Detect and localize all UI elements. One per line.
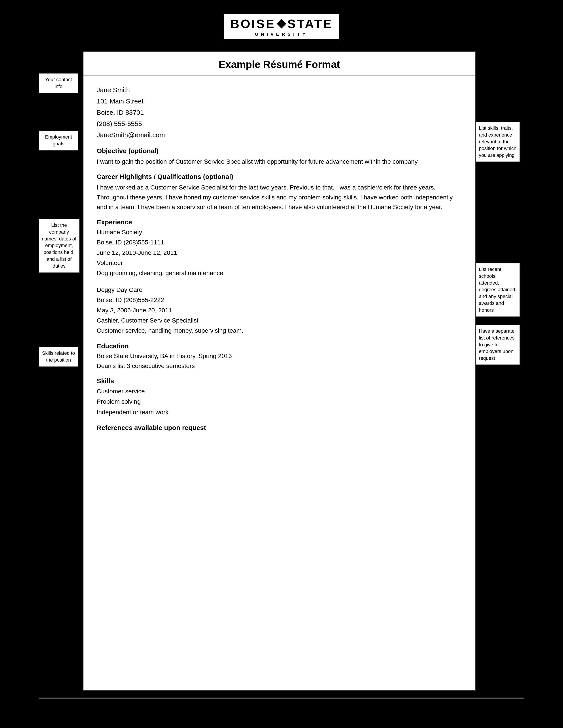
right-annotations: List skills, traits, and experience rele…	[476, 51, 524, 691]
annotation-list-skills: List skills, traits, and experience rele…	[476, 122, 520, 162]
exp2-position: Cashier, Customer Service Specialist	[97, 315, 462, 326]
objective-heading: Objective (optional)	[97, 147, 462, 155]
page-wrapper: BOISE STATE UNIVERSITY Your contact info…	[0, 0, 563, 728]
education-line-2: Dean's list 3 consecutive semesters	[97, 361, 462, 371]
contact-section: Jane Smith 101 Main Street Boise, ID 837…	[97, 84, 462, 141]
experience-item-1: Humane Society Boise, ID (208)555-1111 J…	[97, 227, 462, 278]
exp1-position: Volunteer	[97, 258, 462, 268]
experience-item-2: Doggy Day Care Boise, ID (208)555-2222 M…	[97, 285, 462, 336]
main-content: Your contact info Employment goals List …	[39, 51, 524, 691]
contact-phone: (208) 555-5555	[97, 118, 462, 129]
contact-address: 101 Main Street	[97, 96, 462, 107]
experience-heading: Experience	[97, 218, 462, 226]
resume-title: Example Résumé Format	[83, 58, 475, 70]
annotation-contact-info: Your contact info	[39, 73, 78, 93]
education-line-1: Boise State University, BA in History, S…	[97, 351, 462, 361]
skill-1: Customer service	[97, 386, 462, 397]
skill-3: Independent or team work	[97, 407, 462, 418]
exp1-duties: Dog grooming, cleaning, general maintena…	[97, 268, 462, 278]
highlights-section: Career Highlights / Qualifications (opti…	[97, 173, 462, 212]
contact-email: JaneSmith@email.com	[97, 129, 462, 141]
resume-body: Jane Smith 101 Main Street Boise, ID 837…	[83, 75, 475, 440]
logo-box: BOISE STATE UNIVERSITY	[222, 13, 341, 40]
logo-title: BOISE STATE	[230, 17, 333, 31]
logo-part2: STATE	[288, 17, 333, 31]
annotation-list-company: List the company names, dates of employm…	[39, 219, 79, 273]
skills-heading: Skills	[97, 377, 462, 385]
skills-list: Customer service Problem solving Indepen…	[97, 386, 462, 418]
logo-diamond-icon	[276, 19, 286, 28]
annotation-list-schools: List recent schools attended, degrees at…	[476, 263, 520, 317]
experience-section: Experience Humane Society Boise, ID (208…	[97, 218, 462, 336]
education-heading: Education	[97, 342, 462, 350]
bottom-rule	[39, 698, 524, 699]
exp1-company: Humane Society	[97, 227, 462, 237]
skills-section: Skills Customer service Problem solving …	[97, 377, 462, 418]
highlights-text: I have worked as a Customer Service Spec…	[97, 183, 462, 212]
exp1-dates: June 12, 2010-June 12, 2011	[97, 248, 462, 258]
objective-text: I want to gain the position of Customer …	[97, 157, 462, 167]
annotation-skills-related: Skills related to the position	[39, 347, 78, 367]
skill-2: Problem solving	[97, 396, 462, 407]
annotation-employment-goals: Employment goals	[39, 131, 78, 150]
left-annotations: Your contact info Employment goals List …	[39, 51, 83, 691]
highlights-heading: Career Highlights / Qualifications (opti…	[97, 173, 462, 180]
logo-area: BOISE STATE UNIVERSITY	[222, 13, 341, 40]
education-section: Education Boise State University, BA in …	[97, 342, 462, 371]
references-line: References available upon request	[97, 424, 462, 432]
objective-section: Objective (optional) I want to gain the …	[97, 147, 462, 167]
contact-city: Boise, ID 83701	[97, 107, 462, 118]
resume-document: Example Résumé Format Jane Smith 101 Mai…	[83, 51, 476, 691]
exp1-location: Boise, ID (208)555-1111	[97, 237, 462, 248]
exp2-company: Doggy Day Care	[97, 285, 462, 295]
logo-part1: BOISE	[230, 17, 275, 31]
exp2-location: Boise, ID (208)555-2222	[97, 295, 462, 305]
exp2-dates: May 3, 2006-June 20, 2011	[97, 305, 462, 315]
resume-header: Example Résumé Format	[83, 52, 475, 75]
annotation-separate-list: Have a separate list of references to gi…	[476, 325, 520, 365]
exp2-duties: Customer service, handling money, superv…	[97, 326, 462, 336]
contact-name: Jane Smith	[97, 84, 462, 96]
logo-subtitle: UNIVERSITY	[255, 32, 308, 37]
